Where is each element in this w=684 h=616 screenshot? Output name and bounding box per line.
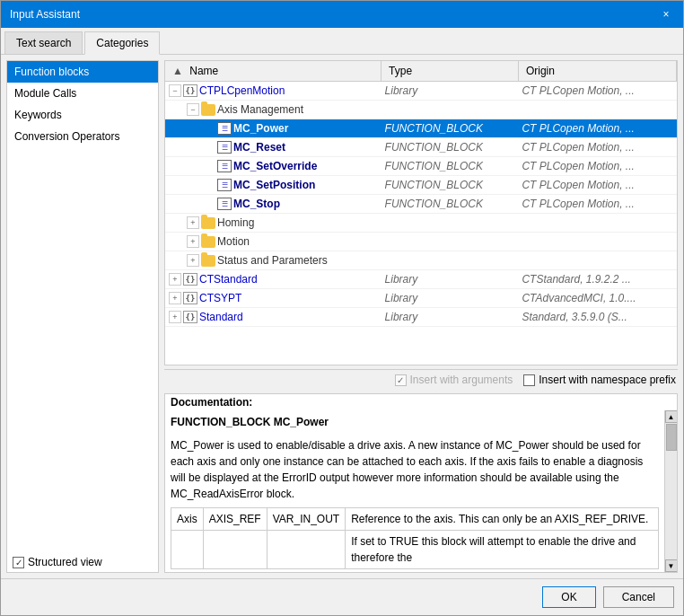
sidebar-item-keywords[interactable]: Keywords bbox=[7, 104, 158, 126]
library-icon: {} bbox=[183, 292, 197, 304]
doc-body: MC_Power is used to enable/disable a dri… bbox=[171, 437, 659, 502]
function-block-icon: ☰ bbox=[217, 198, 232, 210]
doc-wrapper: FUNCTION_BLOCK MC_Power MC_Power is used… bbox=[165, 410, 677, 572]
doc-scrollbar: ▲ ▼ bbox=[664, 410, 677, 572]
sidebar-item-conversion-operators[interactable]: Conversion Operators bbox=[7, 126, 158, 147]
insert-with-namespace-checkbox[interactable] bbox=[523, 374, 535, 386]
sort-arrow-icon: ▲ bbox=[172, 65, 183, 77]
node-label: CTSYPT bbox=[199, 292, 241, 304]
tree-row-homing[interactable]: +Homing bbox=[165, 214, 677, 233]
function-block-icon: ☰ bbox=[217, 122, 232, 135]
doc-table-row1-col2: AXIS_REF bbox=[203, 508, 267, 531]
expand-icon[interactable]: + bbox=[169, 311, 181, 323]
node-type bbox=[381, 214, 519, 233]
tree-row-standard[interactable]: +{}StandardLibraryStandard, 3.5.9.0 (S..… bbox=[165, 308, 677, 327]
title-bar-buttons: × bbox=[658, 6, 674, 22]
node-label: Standard bbox=[199, 311, 243, 323]
expand-icon[interactable]: + bbox=[169, 292, 181, 304]
tree-row-mc-setoverride[interactable]: ☰MC_SetOverrideFUNCTION_BLOCKCT PLCopen … bbox=[165, 157, 677, 176]
node-origin: CTAdvancedMCI, 1.0.... bbox=[518, 289, 676, 308]
structured-view-label: Structured view bbox=[28, 556, 102, 568]
tree-row-status-params[interactable]: +Status and Parameters bbox=[165, 251, 677, 270]
tab-text-search[interactable]: Text search bbox=[4, 31, 83, 54]
node-origin: Standard, 3.5.9.0 (S... bbox=[518, 308, 676, 327]
window-title: Input Assistant bbox=[10, 8, 80, 21]
doc-table-row2-col1 bbox=[171, 531, 204, 569]
doc-title: FUNCTION_BLOCK MC_Power bbox=[171, 414, 659, 430]
node-label: Status and Parameters bbox=[217, 254, 328, 267]
folder-icon bbox=[201, 104, 215, 116]
cancel-button[interactable]: Cancel bbox=[603, 586, 674, 608]
tree-row-mc-power[interactable]: ☰MC_PowerFUNCTION_BLOCKCT PLCopen Motion… bbox=[165, 119, 677, 138]
node-type: Library bbox=[381, 308, 519, 327]
structured-view-checkbox[interactable] bbox=[13, 557, 24, 568]
close-button[interactable]: × bbox=[658, 6, 674, 22]
function-block-icon: ☰ bbox=[217, 141, 232, 154]
col-name[interactable]: ▲ Name bbox=[165, 61, 381, 82]
tree-row-mc-reset[interactable]: ☰MC_ResetFUNCTION_BLOCKCT PLCopen Motion… bbox=[165, 138, 677, 157]
input-assistant-window: Input Assistant × Text search Categories… bbox=[0, 0, 684, 616]
node-origin: CT PLCopen Motion, ... bbox=[518, 138, 676, 157]
tree-row-mc-setposition[interactable]: ☰MC_SetPositionFUNCTION_BLOCKCT PLCopen … bbox=[165, 176, 677, 195]
tree-row-ctplopenmotion[interactable]: −{}CTPLCpenMotionLibraryCT PLCopen Motio… bbox=[165, 82, 677, 101]
node-type: FUNCTION_BLOCK bbox=[381, 176, 519, 195]
title-bar: Input Assistant × bbox=[1, 1, 683, 28]
node-origin: CT PLCopen Motion, ... bbox=[518, 82, 676, 101]
expand-icon[interactable]: + bbox=[187, 235, 199, 248]
scroll-up-btn[interactable]: ▲ bbox=[665, 410, 678, 423]
tab-categories[interactable]: Categories bbox=[84, 31, 160, 55]
node-type bbox=[381, 233, 519, 251]
right-panel: ▲ Name Type Origin −{}CTPLCpenMotionLibr… bbox=[164, 60, 678, 573]
sidebar-item-function-blocks[interactable]: Function blocks bbox=[7, 61, 158, 83]
node-origin: CT PLCopen Motion, ... bbox=[518, 195, 676, 214]
insert-with-args-checkbox bbox=[395, 374, 407, 386]
doc-table: Axis AXIS_REF VAR_IN_OUT Reference to th… bbox=[171, 507, 659, 569]
expand-icon[interactable]: + bbox=[169, 273, 181, 286]
library-icon: {} bbox=[183, 84, 197, 97]
tree-row-ctstandard[interactable]: +{}CTStandardLibraryCTStandard, 1.9.2.2 … bbox=[165, 270, 677, 289]
ok-button[interactable]: OK bbox=[542, 586, 595, 608]
node-type: FUNCTION_BLOCK bbox=[381, 195, 519, 214]
function-block-icon: ☰ bbox=[217, 179, 232, 191]
tab-bar: Text search Categories bbox=[1, 28, 683, 55]
node-label: MC_SetPosition bbox=[233, 179, 315, 191]
node-label: Motion bbox=[217, 235, 250, 248]
sidebar-item-module-calls[interactable]: Module Calls bbox=[7, 83, 158, 104]
node-origin: CTStandard, 1.9.2.2 ... bbox=[518, 270, 676, 289]
expand-icon[interactable]: + bbox=[187, 254, 199, 267]
scroll-down-btn[interactable]: ▼ bbox=[665, 559, 678, 572]
node-origin bbox=[518, 233, 676, 251]
node-type: FUNCTION_BLOCK bbox=[381, 138, 519, 157]
insert-with-args-label: Insert with arguments bbox=[395, 374, 513, 386]
insert-with-namespace-label[interactable]: Insert with namespace prefix bbox=[523, 374, 676, 386]
doc-table-row2-col4: If set to TRUE this block will attempt t… bbox=[346, 531, 659, 569]
tree-row-axis-management[interactable]: −Axis Management bbox=[165, 101, 677, 119]
node-label: MC_Power bbox=[233, 122, 288, 135]
node-type: Library bbox=[381, 82, 519, 101]
doc-table-row1-col4: Reference to the axis. This can only be … bbox=[346, 508, 659, 531]
doc-table-row2-col3 bbox=[267, 531, 345, 569]
node-label: MC_Reset bbox=[233, 141, 285, 154]
tree-table: ▲ Name Type Origin −{}CTPLCpenMotionLibr… bbox=[165, 61, 677, 327]
col-type[interactable]: Type bbox=[381, 61, 519, 82]
col-origin[interactable]: Origin bbox=[518, 61, 676, 82]
tree-row-ctsypt[interactable]: +{}CTSYPTLibraryCTAdvancedMCI, 1.0.... bbox=[165, 289, 677, 308]
folder-icon bbox=[201, 255, 215, 267]
node-label: CTStandard bbox=[199, 273, 258, 286]
node-type: FUNCTION_BLOCK bbox=[381, 157, 519, 176]
documentation-label: Documentation: bbox=[165, 394, 677, 410]
node-label: CTPLCpenMotion bbox=[199, 84, 285, 97]
scroll-thumb[interactable] bbox=[666, 424, 677, 451]
node-type bbox=[381, 101, 519, 119]
node-origin: CT PLCopen Motion, ... bbox=[518, 119, 676, 138]
tree-row-mc-stop[interactable]: ☰MC_StopFUNCTION_BLOCKCT PLCopen Motion,… bbox=[165, 195, 677, 214]
node-origin bbox=[518, 251, 676, 270]
folder-icon bbox=[201, 217, 215, 229]
node-type: Library bbox=[381, 270, 519, 289]
node-origin bbox=[518, 101, 676, 119]
collapse-icon[interactable]: − bbox=[169, 84, 181, 97]
expand-icon[interactable]: + bbox=[187, 216, 199, 229]
tree-row-motion[interactable]: +Motion bbox=[165, 233, 677, 251]
collapse-icon[interactable]: − bbox=[187, 103, 199, 116]
node-label: MC_SetOverride bbox=[233, 160, 317, 172]
